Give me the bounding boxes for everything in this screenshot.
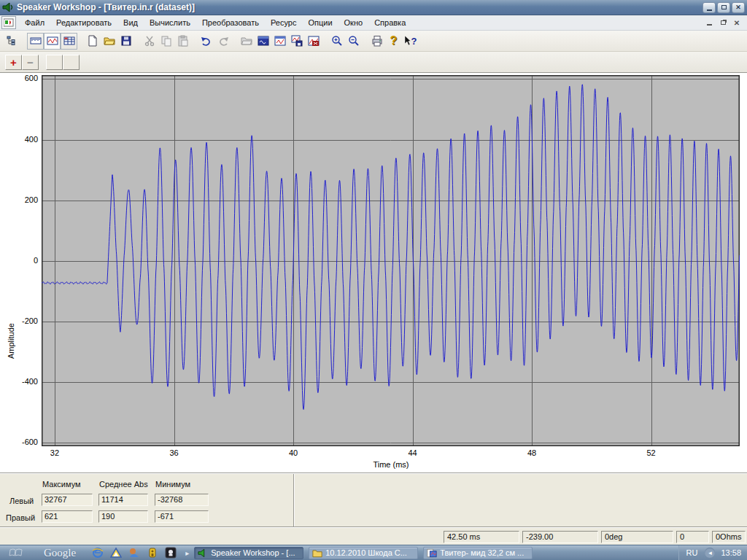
y-axis-title: Amplitude <box>7 323 15 359</box>
y-tick-label: 200 <box>9 195 38 204</box>
copy-button <box>158 33 174 50</box>
stats-right-maximum: 621 <box>42 510 93 523</box>
menu-window[interactable]: Окно <box>338 17 369 28</box>
open-button[interactable] <box>101 33 117 50</box>
save-button[interactable] <box>117 33 134 50</box>
tree-view-button[interactable] <box>4 33 20 50</box>
restore-button[interactable] <box>717 2 730 13</box>
status-cursor-time: 42.50 ms <box>444 531 519 543</box>
taskbar: Google <box>0 545 747 560</box>
print-icon <box>371 35 383 47</box>
language-indicator[interactable]: RU <box>686 548 698 557</box>
zoom-in-button[interactable] <box>328 33 345 50</box>
x-tick-label: 36 <box>160 448 189 457</box>
table-view-icon <box>63 35 75 47</box>
redo-button <box>214 33 231 50</box>
save-floppy-icon <box>120 35 132 47</box>
help-button[interactable]: ? <box>385 33 402 50</box>
triangle-logo-icon[interactable] <box>110 547 122 559</box>
blank-button-1[interactable] <box>46 55 63 70</box>
close-button[interactable]: ✕ <box>732 2 745 13</box>
taskbar-button-speaker-workshop[interactable]: Speaker Workshop - [... <box>194 547 303 559</box>
window-title: Speaker Workshop - [Твитер.in.r (dataset… <box>17 2 703 12</box>
save-chart-button[interactable] <box>288 33 305 50</box>
tree-view-icon <box>7 35 18 47</box>
status-extra: 0 <box>676 531 709 543</box>
help-icon: ? <box>390 34 398 47</box>
taskbar-button-tweeter-dataset[interactable]: Твитер- мид 32,2 см ... <box>423 547 533 559</box>
folder-task-icon <box>312 548 322 558</box>
context-help-button[interactable]: ? <box>402 33 419 50</box>
waveform-plot[interactable] <box>42 75 740 446</box>
statistics-panel: Максимум Среднее Abs Минимум Левый 32767… <box>0 473 747 527</box>
menu-help[interactable]: Справка <box>368 17 411 28</box>
zoom-in-icon <box>331 35 343 47</box>
mdi-minimize-button[interactable] <box>703 18 715 28</box>
menu-file[interactable]: Файл <box>19 17 50 28</box>
import-folder-icon <box>241 35 252 47</box>
google-toolbar-label[interactable]: Google <box>44 547 76 559</box>
datasheet-icon <box>30 35 42 47</box>
dark-app-icon[interactable] <box>165 547 177 559</box>
messenger-icon[interactable] <box>128 547 140 559</box>
stats-left-average: 11714 <box>98 494 148 506</box>
menu-edit[interactable]: Редактировать <box>50 17 117 28</box>
taskbar-button-folder-window[interactable]: 10.12.2010 Шкода С... <box>309 547 418 559</box>
status-bar: 42.50 ms -239.00 0deg 0 0Ohms <box>0 527 747 545</box>
datasheet-view-button[interactable] <box>27 33 44 50</box>
data-window-icon <box>258 35 269 47</box>
status-phase: 0deg <box>601 531 673 543</box>
mdi-close-button[interactable]: ✕ <box>731 18 743 28</box>
new-document-button[interactable] <box>84 33 101 50</box>
undo-button[interactable] <box>198 33 214 50</box>
view-data-button[interactable] <box>255 33 271 50</box>
blank-button-2[interactable] <box>63 55 80 70</box>
y-tick-label: 0 <box>9 256 38 265</box>
delete-chart-button[interactable] <box>305 33 322 50</box>
tray-collapse-arrow-icon[interactable]: ◂ <box>705 548 715 558</box>
document-system-menu-icon[interactable] <box>1 16 16 29</box>
clock[interactable]: 13:58 <box>721 548 741 557</box>
y-tick-label: -600 <box>9 438 38 446</box>
main-toolbar: ? ? <box>0 31 747 52</box>
zoom-out-button[interactable] <box>345 33 362 50</box>
internet-explorer-icon[interactable] <box>92 547 104 559</box>
cut-button <box>141 33 158 50</box>
stats-row-label-left: Левый <box>9 497 34 505</box>
stats-header-minimum: Минимум <box>155 480 190 489</box>
remove-button[interactable]: − <box>22 55 39 70</box>
chart-view-icon <box>47 35 58 47</box>
dataset-toolbar: + − <box>0 52 747 73</box>
menu-resource[interactable]: Ресурс <box>265 17 302 28</box>
x-tick-label: 52 <box>637 448 666 457</box>
cut-scissors-icon <box>144 35 155 47</box>
start-button-windows-flag-icon[interactable] <box>9 547 23 559</box>
status-impedance: 0Ohms <box>712 531 746 543</box>
menu-transform[interactable]: Преобразовать <box>196 17 265 28</box>
add-button[interactable]: + <box>5 55 22 70</box>
menu-view[interactable]: Вид <box>117 17 144 28</box>
dataset-task-icon <box>427 548 437 558</box>
yellow-app-icon[interactable] <box>147 547 158 559</box>
quick-launch-chevron-icon[interactable]: ▸ <box>185 549 189 557</box>
stats-left-maximum: 32767 <box>42 494 93 506</box>
x-axis-title: Time (ms) <box>318 460 464 469</box>
delete-chart-icon <box>308 35 320 47</box>
y-tick-label: -400 <box>9 377 38 386</box>
minimize-button[interactable] <box>703 2 716 13</box>
chart-window-icon <box>274 35 286 47</box>
paste-clipboard-icon <box>177 35 189 47</box>
table-view-button[interactable] <box>61 33 77 50</box>
stats-right-average: 190 <box>98 510 148 523</box>
app-speaker-icon[interactable] <box>2 2 14 12</box>
y-tick-label: 600 <box>9 74 38 82</box>
print-button[interactable] <box>368 33 385 50</box>
stats-left-minimum: -32768 <box>155 494 209 506</box>
menu-calculate[interactable]: Вычислить <box>144 17 196 28</box>
zoom-out-icon <box>348 35 360 47</box>
mdi-restore-button[interactable] <box>717 18 729 28</box>
chart-view-button[interactable] <box>44 33 61 50</box>
title-bar: Speaker Workshop - [Твитер.in.r (dataset… <box>0 0 747 15</box>
view-chart-button[interactable] <box>271 33 288 50</box>
menu-options[interactable]: Опции <box>302 17 338 28</box>
